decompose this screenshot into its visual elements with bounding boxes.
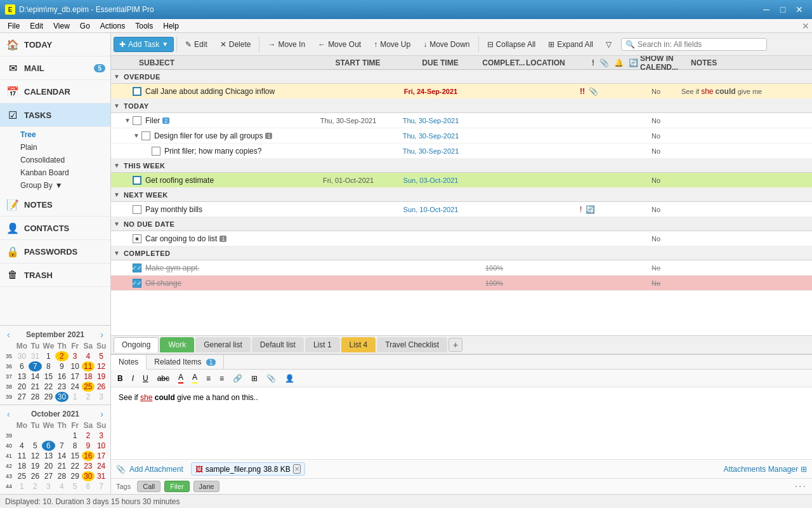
task-row[interactable]: ▼ Design filer for use by all groups 1 T… xyxy=(111,128,812,144)
task-expand-icon[interactable] xyxy=(124,206,131,213)
format-attachment[interactable]: 📎 xyxy=(263,372,280,385)
format-font-color[interactable]: A xyxy=(174,371,187,385)
close-pane-button[interactable]: ✕ xyxy=(802,22,809,30)
cal-oct-next[interactable]: › xyxy=(98,409,105,419)
sidebar-item-tasks[interactable]: ☑ TASKS xyxy=(0,104,110,127)
task-checkbox[interactable] xyxy=(133,176,141,185)
sidebar-item-trash[interactable]: 🗑 TRASH xyxy=(0,264,110,287)
sidebar-item-today[interactable]: 🏠 TODAY xyxy=(0,33,110,57)
task-expand-icon[interactable] xyxy=(143,147,150,155)
menu-file[interactable]: File xyxy=(3,20,25,32)
group-today[interactable]: ▼ Today xyxy=(111,99,812,113)
sidebar-item-calendar[interactable]: 📅 CALENDAR xyxy=(0,80,110,104)
attachments-manager-link[interactable]: Attachments Manager ⊞ xyxy=(724,465,807,474)
task-checkbox[interactable]: ✓ xyxy=(133,264,141,272)
move-up-button[interactable]: ↑ Move Up xyxy=(368,37,416,52)
notes-tab-related[interactable]: Related Items 1 xyxy=(147,355,224,369)
sidebar-sub-groupby[interactable]: Group By ▼ xyxy=(0,179,110,192)
close-window-button[interactable]: ✕ xyxy=(792,3,807,16)
tab-general-list[interactable]: General list xyxy=(195,337,251,352)
search-input[interactable] xyxy=(638,40,763,49)
task-checkbox[interactable] xyxy=(133,116,141,125)
task-checkbox[interactable]: ✓ xyxy=(133,279,141,288)
notes-content[interactable]: See if she could give me a hand on this.… xyxy=(111,387,812,459)
task-checkbox[interactable] xyxy=(133,205,141,214)
task-row[interactable]: ▼ Filer 2 Thu, 30-Sep-2021 Thu, 30-Sep-2… xyxy=(111,113,812,128)
filter-button[interactable]: ▽ xyxy=(600,37,617,52)
tag-filer[interactable]: Filer xyxy=(164,481,189,492)
task-checkbox[interactable] xyxy=(133,87,141,96)
notes-tab-notes[interactable]: Notes xyxy=(111,355,147,370)
sidebar-sub-tree[interactable]: Tree xyxy=(0,128,110,141)
task-row[interactable]: ✓ Oil change 100% No xyxy=(111,276,812,291)
tab-travel-checklist[interactable]: Travel Checklist xyxy=(377,337,447,352)
sidebar-sub-kanban[interactable]: Kanban Board xyxy=(0,166,110,179)
format-strikethrough[interactable]: abc xyxy=(154,372,173,385)
task-checkbox-square[interactable]: ■ xyxy=(133,234,141,243)
delete-button[interactable]: ✕ Delete xyxy=(214,37,257,52)
task-row[interactable]: Call Jane about adding Chicago inflow Fr… xyxy=(111,84,812,99)
tab-default-list[interactable]: Default list xyxy=(252,337,304,352)
expand-all-button[interactable]: ⊞ Expand All xyxy=(542,37,599,52)
sidebar-sub-plain[interactable]: Plain xyxy=(0,141,110,154)
edit-button[interactable]: ✎ Edit xyxy=(180,37,213,52)
add-attachment-link[interactable]: Add Attachment xyxy=(129,465,183,474)
menu-tools[interactable]: Tools xyxy=(130,20,158,32)
format-underline[interactable]: U xyxy=(139,372,152,385)
move-in-button[interactable]: → Move In xyxy=(262,37,311,52)
minimize-button[interactable]: ─ xyxy=(759,3,774,16)
tag-call[interactable]: Call xyxy=(137,481,160,492)
move-out-button[interactable]: ← Move Out xyxy=(312,37,367,52)
tab-list1[interactable]: List 1 xyxy=(305,337,340,352)
task-expand-icon[interactable] xyxy=(124,177,131,184)
menu-go[interactable]: Go xyxy=(75,20,95,32)
task-expand-icon[interactable]: ▼ xyxy=(124,117,131,124)
task-expand-icon[interactable] xyxy=(124,88,131,95)
move-down-button[interactable]: ↓ Move Down xyxy=(417,37,475,52)
tab-list4[interactable]: List 4 xyxy=(341,337,376,352)
cal-oct-prev[interactable]: ‹ xyxy=(5,409,12,419)
group-noduedate[interactable]: ▼ No Due Date xyxy=(111,217,812,231)
more-options-button[interactable]: ··· xyxy=(795,481,807,492)
task-checkbox[interactable] xyxy=(152,147,160,156)
format-numbered-list[interactable]: ≡ xyxy=(216,372,228,385)
menu-actions[interactable]: Actions xyxy=(95,20,130,32)
add-list-tab-button[interactable]: + xyxy=(449,338,462,352)
tab-ongoing[interactable]: Ongoing xyxy=(114,337,159,352)
group-thisweek[interactable]: ▼ This Week xyxy=(111,159,812,173)
tab-work[interactable]: Work xyxy=(160,337,194,352)
menu-help[interactable]: Help xyxy=(158,20,184,32)
group-completed[interactable]: ▼ Completed xyxy=(111,246,812,260)
task-checkbox[interactable] xyxy=(141,131,150,140)
add-task-button[interactable]: ✚ Add Task ▼ xyxy=(114,37,174,52)
format-link[interactable]: 🔗 xyxy=(229,372,246,385)
menu-edit[interactable]: Edit xyxy=(25,20,48,32)
task-row[interactable]: Print filer; how many copies? Thu, 30-Se… xyxy=(111,144,812,159)
format-italic[interactable]: I xyxy=(128,372,138,385)
sidebar-sub-consolidated[interactable]: Consolidated xyxy=(0,154,110,166)
format-bold[interactable]: B xyxy=(114,372,127,385)
task-expand-icon[interactable] xyxy=(124,235,131,243)
maximize-button[interactable]: □ xyxy=(775,3,790,16)
format-table[interactable]: ⊞ xyxy=(247,372,261,385)
sidebar-item-contacts[interactable]: 👤 CONTACTS xyxy=(0,217,110,240)
task-row[interactable]: ■ Car ongoing to do list 1 No xyxy=(111,231,812,246)
tag-jane[interactable]: Jane xyxy=(193,481,220,492)
attach-remove-button[interactable]: ✕ xyxy=(293,464,301,474)
collapse-all-button[interactable]: ⊟ Collapse All xyxy=(481,37,542,52)
sidebar-item-notes[interactable]: 📝 NOTES xyxy=(0,193,110,217)
format-highlight[interactable]: A xyxy=(188,371,201,385)
cal-sep-next[interactable]: › xyxy=(98,330,105,340)
sidebar-item-passwords[interactable]: 🔒 PASSWORDS xyxy=(0,240,110,264)
task-row[interactable]: Pay monthly bills Sun, 10-Oct-2021 ! 🔄 N… xyxy=(111,202,812,217)
format-bullet-list[interactable]: ≡ xyxy=(202,372,214,385)
cal-sep-prev[interactable]: ‹ xyxy=(5,330,12,340)
task-expand-icon[interactable] xyxy=(124,264,131,272)
task-row[interactable]: ✓ Make gym appt. 100% No xyxy=(111,260,812,276)
menu-view[interactable]: View xyxy=(48,20,75,32)
group-overdue[interactable]: ▼ Overdue xyxy=(111,70,812,84)
task-row[interactable]: Get roofing estimate Fri, 01-Oct-2021 Su… xyxy=(111,173,812,188)
format-contact[interactable]: 👤 xyxy=(281,372,298,385)
group-nextweek[interactable]: ▼ Next Week xyxy=(111,188,812,202)
task-expand-icon[interactable]: ▼ xyxy=(133,132,140,140)
